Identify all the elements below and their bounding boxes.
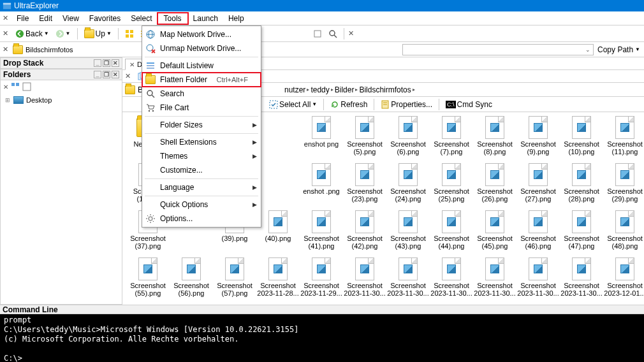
file-item[interactable]: Screenshot 2023-11-28... [256,257,300,305]
file-item[interactable]: Screenshot (11).png [603,116,644,163]
sec-close-icon[interactable]: ✕ [125,72,131,80]
file-item[interactable]: Screenshot (25).png [430,163,473,210]
file-item[interactable]: enshot png [300,116,343,163]
tools-menu-item[interactable]: Unmap Network Drive... [142,41,261,55]
pane-close-icon[interactable]: ✕ [112,71,119,78]
file-item[interactable]: Screenshot (45).png [473,210,516,257]
file-item[interactable]: Screenshot (7).png [430,116,473,163]
file-item[interactable]: Screenshot (26).png [473,163,516,210]
folders-toolbar-icon1[interactable] [11,82,20,91]
pane-min-icon[interactable]: _ [94,59,101,67]
file-item[interactable]: Screenshot 2023-11-30... [516,257,560,305]
tab-close-icon[interactable]: ✕ [129,61,135,68]
tools-menu-item[interactable]: Map Network Drive... [142,27,261,41]
search-button[interactable] [326,29,340,39]
svg-rect-35 [147,62,154,64]
crumb-bilder[interactable]: Bilder▸ [335,85,358,94]
cmd-sync-button[interactable]: C:\Cmd Sync [443,99,495,110]
properties-icon [381,100,390,109]
file-item[interactable]: Screenshot 2023-11-30... [343,257,386,305]
folder-tree[interactable]: ⊞ Desktop [0,93,122,305]
tools-menu-item[interactable]: Quick Options▶ [142,198,261,212]
svg-rect-5 [130,30,133,33]
file-item[interactable]: Screenshot (5).png [343,116,386,163]
toolbar-close-2[interactable]: ✕ [348,29,354,38]
search-icon [328,29,337,38]
tools-menu-item[interactable]: Search [142,87,261,101]
tools-menu-item[interactable]: Flatten FolderCtrl+Alt+F [142,73,261,87]
view-icons-button[interactable] [122,29,136,39]
file-item[interactable]: Screenshot (27).png [516,163,560,210]
address-box[interactable]: Bildschirmfotos [9,44,77,55]
file-item[interactable]: Screenshot (57).png [213,257,256,305]
folders-toolbar-close[interactable]: ✕ [3,83,8,90]
menu-launch[interactable]: Launch [188,13,223,24]
file-item[interactable]: enshot .png [300,163,343,210]
menu-view[interactable]: View [57,13,84,24]
refresh-button[interactable]: Refresh [328,99,370,110]
command-line-body[interactable]: prompt C:\Users\teddy\Music>Microsoft Wi… [0,314,644,362]
file-item[interactable]: Screenshot 2023-11-30... [386,257,430,305]
file-item[interactable]: Screenshot (10).png [560,116,603,163]
file-item[interactable]: Screenshot (48).png [603,210,644,257]
menu-edit[interactable]: Edit [34,13,57,24]
menu-tools[interactable]: Tools [157,13,188,24]
tools-menu-item[interactable]: Default Listview [142,59,261,73]
path-combobox[interactable]: ⌄ [402,44,594,55]
file-item[interactable]: Screenshot 2023-11-30... [473,257,516,305]
tools-menu-item[interactable]: File Cart [142,101,261,115]
file-item[interactable]: Screenshot 2023-11-30... [560,257,603,305]
tools-menu-item[interactable]: Language▶ [142,180,261,194]
tools-menu-item[interactable]: Folder Sizes▶ [142,118,261,132]
pane-close-icon[interactable]: ✕ [112,59,119,67]
tools-menu-item[interactable]: Themes▶ [142,149,261,163]
select-all-button[interactable]: Select All▼ [267,99,319,110]
file-item[interactable]: Screenshot (6).png [386,116,430,163]
properties-button[interactable]: Properties... [378,99,435,110]
folders-toolbar-icon2[interactable] [22,82,31,91]
file-item[interactable]: Screenshot (24).png [386,163,430,210]
file-item[interactable]: Screenshot (44).png [430,210,473,257]
back-button[interactable]: Back ▼ [13,29,52,39]
crumb-nutzer[interactable]: nutzer▸ [284,85,309,94]
menu-select[interactable]: Select [126,13,157,24]
file-item[interactable]: Screenshot (42).png [343,210,386,257]
tools-menu-item[interactable]: Shell Extensions▶ [142,135,261,149]
file-item[interactable]: Screenshot (29).png [603,163,644,210]
menu-help[interactable]: Help [223,13,249,24]
file-item[interactable]: Screenshot (9).png [516,116,560,163]
forward-button[interactable]: ▼ [53,29,73,39]
file-item[interactable]: Screenshot (47).png [560,210,603,257]
pane-restore-icon[interactable]: ❐ [103,59,110,67]
file-item[interactable]: Screenshot (56).png [170,257,213,305]
crumb-teddy[interactable]: teddy▸ [311,85,333,94]
file-item[interactable]: Screenshot (23).png [343,163,386,210]
pane-restore-icon[interactable]: ❐ [103,71,110,78]
file-item[interactable]: Screenshot 2023-11-30... [430,257,473,305]
tree-desktop[interactable]: ⊞ Desktop [3,96,119,105]
file-item[interactable]: Screenshot (55).png [126,257,170,305]
file-item[interactable]: Screenshot 2023-12-01... [603,257,644,305]
menu-favorites[interactable]: Favorites [84,13,126,24]
tools-menu-item[interactable]: Options... [142,212,261,226]
file-item[interactable]: (40).png [256,210,300,257]
menu-file[interactable]: File [11,13,34,24]
toolbar-extra-1[interactable] [311,29,325,39]
file-item[interactable]: Screenshot 2023-11-29... [300,257,343,305]
crumb-bildschirmfotos[interactable]: Bildschirmfotos▸ [359,85,414,94]
file-item[interactable]: Screenshot (28).png [560,163,603,210]
file-item[interactable]: Screenshot (46).png [516,210,560,257]
tools-menu-item[interactable]: Customize... [142,163,261,177]
file-item[interactable]: Screenshot (43).png [386,210,430,257]
pane-min-icon[interactable]: _ [94,71,101,78]
svg-rect-6 [126,34,129,38]
file-item[interactable]: Screenshot (8).png [473,116,516,163]
up-button[interactable]: Up ▼ [82,29,114,39]
png-file-icon [397,163,420,186]
address-close-icon[interactable]: ✕ [0,45,9,54]
copy-path-button[interactable]: Copy Path▼ [594,45,644,54]
menubar-close-icon[interactable]: ✕ [3,14,11,22]
file-item[interactable]: Screenshot (41).png [300,210,343,257]
toolbar-close-icon[interactable]: ✕ [3,29,11,38]
tree-expand-icon[interactable]: ⊞ [4,97,11,103]
